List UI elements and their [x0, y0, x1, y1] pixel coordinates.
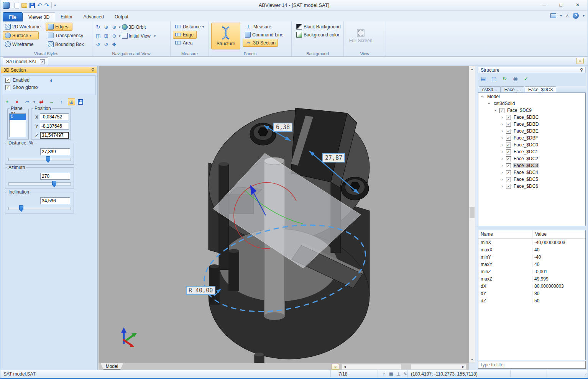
undo-icon[interactable]: ↶	[37, 2, 42, 9]
preview-selection-icon[interactable]: ◉	[512, 75, 519, 82]
rotate-angle-icon[interactable]: ↺	[95, 41, 102, 48]
maximize-button[interactable]: □	[552, 0, 569, 10]
horizontal-scrollbar-thumb[interactable]	[401, 364, 411, 369]
chevron-down-icon[interactable]: ▾	[154, 34, 156, 38]
chevron-down-icon[interactable]: ▾	[202, 25, 204, 29]
save-section-icon[interactable]	[78, 99, 83, 105]
azimuth-slider[interactable]	[8, 182, 71, 185]
tree-item-checkbox[interactable]: ✓	[506, 115, 511, 120]
collapse-scrollbar-button[interactable]: »	[332, 364, 339, 370]
tree-item[interactable]: ›✓Face_$DBC	[478, 114, 585, 121]
scroll-down-icon[interactable]: ▼	[469, 357, 475, 363]
horizontal-scrollbar[interactable]: ◄ ►	[342, 364, 466, 370]
tree-item-checkbox[interactable]: ✓	[499, 108, 504, 113]
expander-icon[interactable]: ›	[500, 163, 504, 168]
position-y-input[interactable]	[40, 123, 69, 130]
structure-tree[interactable]: ›Model›cst3dSolid›✓Face_$DC9›✓Face_$DBC›…	[478, 93, 586, 226]
open-file-icon[interactable]	[21, 3, 27, 8]
qat-customize-icon[interactable]: ▾	[54, 3, 56, 7]
show-gizmo-checkbox[interactable]: ✓	[5, 85, 10, 90]
tab-editor[interactable]: Editor	[55, 12, 78, 21]
expander-icon[interactable]: ›	[480, 95, 485, 98]
background-color-button[interactable]: Background color	[294, 31, 341, 39]
bounding-box-button[interactable]: Bounding Box	[46, 40, 89, 48]
tree-item[interactable]: ›✓Face_$DBE	[478, 128, 585, 135]
split-vertical-icon[interactable]: ◫	[490, 75, 498, 82]
expander-icon[interactable]: ›	[486, 102, 492, 105]
azimuth-input[interactable]	[40, 173, 70, 180]
tree-item[interactable]: ›✓Face_$DC0	[478, 141, 585, 148]
rotate-view-icon[interactable]: ↻	[95, 24, 102, 31]
expander-icon[interactable]: ›	[500, 156, 504, 161]
tab-viewer-3d[interactable]: Viewer 3D	[23, 12, 55, 21]
refresh-icon[interactable]: ↻	[501, 75, 508, 82]
tree-item[interactable]: ›✓Face_$DC1	[478, 148, 585, 155]
structure-tab-active[interactable]: Face_$DC3	[525, 86, 556, 92]
switch-windows-icon[interactable]	[550, 13, 556, 18]
tree-item[interactable]: ›cst3dSolid	[478, 100, 585, 107]
expander-icon[interactable]: ›	[500, 170, 504, 175]
position-x-input[interactable]	[40, 113, 69, 120]
scroll-left-icon[interactable]: ◄	[342, 364, 348, 369]
vertical-scrollbar-thumb[interactable]	[470, 207, 475, 218]
split-horizontal-icon[interactable]: ▤	[480, 75, 487, 82]
tree-item[interactable]: ›✓Face_$DC5	[478, 176, 585, 183]
scroll-up-icon[interactable]: ▲	[469, 66, 475, 72]
expander-icon[interactable]: ›	[500, 128, 504, 134]
area-button[interactable]: Area	[173, 39, 206, 47]
measure-panel-button[interactable]: ⊥Measure	[243, 23, 286, 31]
edges-button[interactable]: Edges	[46, 23, 72, 31]
expander-icon[interactable]: ›	[493, 108, 498, 112]
panel-splitter[interactable]	[478, 226, 586, 230]
pan-icon[interactable]: ✥	[111, 41, 118, 48]
minimize-ribbon-icon[interactable]: ∧	[566, 13, 569, 18]
distance-slider[interactable]	[8, 158, 71, 161]
full-screen-button[interactable]: Full Screen	[346, 23, 375, 49]
expander-icon[interactable]: ›	[500, 184, 504, 189]
tree-item-checkbox[interactable]: ✓	[506, 184, 511, 189]
chevron-down-icon[interactable]: ▾	[119, 34, 121, 38]
structure-tab[interactable]: Face_...	[501, 86, 524, 92]
command-line-button[interactable]: Command Line	[243, 31, 286, 39]
chevron-down-icon[interactable]: ▾	[33, 100, 35, 104]
plane-id-listbox[interactable]: 0	[9, 113, 26, 137]
viewports-icon[interactable]: ◫	[95, 33, 102, 39]
draw-mode-icon[interactable]: ✎	[403, 371, 407, 377]
document-tab[interactable]: SATmodel.SAT ✕	[3, 57, 48, 66]
distance-slider-thumb[interactable]	[46, 156, 50, 163]
vertical-scrollbar[interactable]: ▲ ▼	[469, 66, 475, 363]
tree-item[interactable]: ›✓Face_$DC9	[478, 107, 585, 114]
zoom-out-icon[interactable]: ⊖	[111, 33, 118, 39]
name-column-header[interactable]: Name	[478, 230, 533, 238]
new-file-icon[interactable]	[15, 3, 19, 8]
expander-icon[interactable]: ›	[500, 135, 504, 141]
chevron-down-icon[interactable]: ▾	[119, 25, 121, 29]
tree-item[interactable]: ›✓Face_$DC4	[478, 169, 585, 176]
3d-viewport[interactable]: 6,38 27,87 R 40,00 Model » ◄ ►	[99, 66, 469, 370]
ortho-icon[interactable]: ⊥	[396, 371, 400, 377]
black-background-button[interactable]: Black Background	[294, 23, 341, 31]
tree-item-checkbox[interactable]: ✓	[506, 156, 511, 161]
inclination-slider[interactable]	[8, 207, 71, 210]
3d-orbit-label[interactable]: 3D Orbit	[129, 25, 146, 30]
fit-section-icon[interactable]: ⊞	[68, 98, 75, 105]
wireframe-button[interactable]: Wireframe	[3, 40, 46, 48]
flip-normal-icon[interactable]: ⇄	[38, 98, 45, 105]
pin-icon[interactable]: ⚲	[91, 67, 94, 72]
tree-item[interactable]: ›✓Face_$DBD	[478, 121, 585, 128]
minimize-button[interactable]: —	[535, 0, 552, 10]
expander-icon[interactable]: ›	[500, 121, 504, 127]
fit-extents-icon[interactable]: ⊞	[103, 33, 110, 39]
tree-item-checkbox[interactable]: ✓	[506, 149, 511, 154]
close-button[interactable]: ✕	[569, 0, 586, 10]
expander-icon[interactable]: ›	[500, 115, 504, 120]
distance-button[interactable]: Distance▾	[173, 23, 206, 31]
structure-tab[interactable]: cst3d...	[479, 86, 501, 92]
enabled-checkbox[interactable]: ✓	[5, 78, 10, 83]
tree-item[interactable]: ›✓Face_$DC2	[478, 155, 585, 162]
save-icon[interactable]	[30, 3, 35, 8]
chevron-down-icon[interactable]: ▾	[30, 34, 31, 38]
inclination-input[interactable]	[40, 197, 70, 204]
tree-item-checkbox[interactable]: ✓	[506, 170, 511, 175]
snap-magnet-icon[interactable]: ∩	[383, 371, 386, 377]
